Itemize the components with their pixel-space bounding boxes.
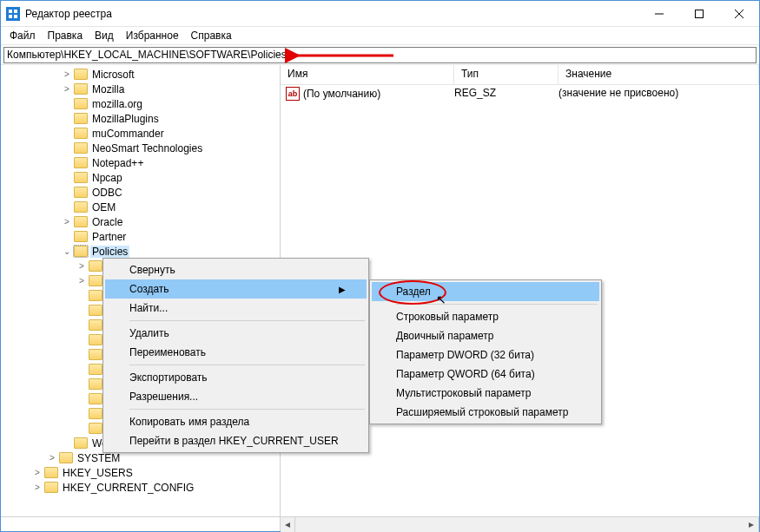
value-row-default[interactable]: ab (По умолчанию) REG_SZ (значение не пр… — [281, 85, 759, 102]
folder-icon — [89, 408, 102, 419]
tree-item[interactable]: >Oracle — [1, 214, 280, 229]
folder-icon — [74, 128, 88, 139]
statusbar: ◂ ▸ — [1, 516, 759, 531]
col-name[interactable]: Имя — [281, 65, 454, 84]
tree-item[interactable]: >Microsoft — [1, 67, 280, 82]
tree-item-label: Notepad++ — [90, 157, 145, 169]
collapse-icon[interactable]: ⌄ — [60, 246, 74, 256]
address-bar — [1, 45, 759, 65]
context-menu-key: Свернуть Создать▶ Найти... Удалить Переи… — [102, 258, 369, 453]
folder-icon — [74, 172, 88, 183]
maximize-icon — [695, 10, 704, 18]
folder-icon — [44, 482, 58, 493]
app-icon — [6, 7, 20, 21]
menu-file[interactable]: Файл — [4, 28, 41, 43]
tree-item[interactable]: >HKEY_USERS — [1, 465, 280, 480]
tree-item[interactable]: >Mozilla — [1, 82, 280, 96]
menu-favorites[interactable]: Избранное — [121, 28, 184, 43]
folder-icon — [89, 393, 102, 404]
ctx-new-dword[interactable]: Параметр DWORD (32 бита) — [372, 345, 599, 365]
ctx-collapse[interactable]: Свернуть — [105, 260, 367, 279]
tree-item-label: muCommander — [90, 128, 166, 140]
tree-item-label: Npcap — [90, 172, 124, 184]
ctx-find[interactable]: Найти... — [105, 299, 367, 318]
values-header: Имя Тип Значение — [281, 65, 759, 85]
expand-icon[interactable]: > — [75, 261, 89, 271]
value-type: REG_SZ — [454, 87, 558, 101]
tree-item[interactable]: MozillaPlugins — [1, 111, 280, 126]
tree-item-label: NeoSmart Technologies — [90, 142, 204, 154]
tree-item-label: Policies — [90, 246, 129, 258]
folder-icon — [89, 290, 102, 301]
ctx-new-binary[interactable]: Двоичный параметр — [372, 326, 599, 345]
folder-icon — [74, 83, 88, 95]
tree-item[interactable]: ⌄Policies — [1, 244, 280, 259]
tree-item[interactable]: >HKEY_CURRENT_CONFIG — [1, 480, 280, 495]
tree-item[interactable]: mozilla.org — [1, 96, 280, 111]
ctx-new-multi[interactable]: Мультистроковый параметр — [372, 384, 599, 403]
expand-icon[interactable]: > — [30, 468, 44, 477]
folder-icon — [89, 305, 102, 316]
ctx-copy-key-name[interactable]: Копировать имя раздела — [105, 412, 367, 431]
tree-item[interactable]: Partner — [1, 229, 280, 244]
folder-icon — [89, 423, 102, 434]
folder-icon — [89, 334, 102, 345]
tree-item[interactable]: Npcap — [1, 170, 280, 185]
expand-icon[interactable]: > — [75, 276, 89, 286]
address-input[interactable] — [3, 47, 757, 63]
folder-icon — [89, 364, 102, 375]
string-value-icon: ab — [286, 87, 300, 101]
ctx-export[interactable]: Экспортировать — [105, 368, 367, 387]
menu-edit[interactable]: Правка — [43, 28, 89, 43]
folder-icon — [89, 349, 102, 360]
menu-view[interactable]: Вид — [89, 28, 119, 43]
tree-item[interactable]: NeoSmart Technologies — [1, 141, 280, 155]
ctx-new-string[interactable]: Строковый параметр — [372, 307, 599, 326]
menu-help[interactable]: Справка — [186, 28, 237, 43]
ctx-permissions[interactable]: Разрешения... — [105, 387, 367, 406]
titlebar: Редактор реестра — [1, 1, 759, 27]
maximize-button[interactable] — [679, 1, 719, 27]
tree-item-label: OEM — [90, 201, 117, 213]
scroll-left-button[interactable]: ◂ — [281, 517, 295, 532]
minimize-icon — [655, 10, 664, 18]
ctx-new-qword[interactable]: Параметр QWORD (64 бита) — [372, 365, 599, 384]
svg-rect-1 — [696, 10, 704, 17]
col-type[interactable]: Тип — [454, 65, 558, 84]
folder-icon — [74, 437, 88, 449]
expand-icon[interactable]: > — [45, 453, 59, 463]
ctx-delete[interactable]: Удалить — [105, 324, 367, 343]
ctx-rename[interactable]: Переименовать — [105, 343, 367, 362]
value-data: (значение не присвоено) — [558, 87, 759, 101]
scroll-track[interactable] — [295, 517, 744, 532]
tree-item-label: HKEY_CURRENT_CONFIG — [61, 482, 195, 494]
ctx-new-expand[interactable]: Расширяемый строковый параметр — [372, 403, 599, 422]
expand-icon[interactable]: > — [30, 483, 44, 492]
expand-icon[interactable]: > — [60, 217, 74, 227]
tree-item-label: MozillaPlugins — [90, 113, 161, 125]
folder-icon — [74, 157, 88, 168]
folder-icon — [74, 113, 88, 124]
tree-item[interactable]: ODBC — [1, 185, 280, 200]
folder-icon — [44, 467, 58, 478]
ctx-new-key[interactable]: Раздел — [372, 282, 599, 301]
tree-item[interactable]: muCommander — [1, 126, 280, 141]
tree-item[interactable]: OEM — [1, 200, 280, 214]
minimize-button[interactable] — [639, 1, 679, 27]
tree-item-label: Partner — [90, 231, 128, 243]
tree-item-label: Mozilla — [90, 83, 126, 95]
folder-icon — [74, 216, 88, 227]
tree-item-label: Microsoft — [90, 69, 136, 81]
expand-icon[interactable]: > — [60, 84, 74, 94]
menubar: Файл Правка Вид Избранное Справка — [1, 27, 759, 45]
expand-icon[interactable]: > — [60, 69, 74, 79]
context-submenu-new: Раздел Строковый параметр Двоичный парам… — [369, 279, 602, 424]
col-value[interactable]: Значение — [558, 65, 759, 84]
scroll-right-button[interactable]: ▸ — [744, 517, 759, 532]
ctx-new[interactable]: Создать▶ — [105, 279, 367, 299]
tree-item-label: ODBC — [90, 187, 124, 199]
ctx-goto-hkcu[interactable]: Перейти в раздел HKEY_CURRENT_USER — [105, 431, 367, 450]
tree-item[interactable]: Notepad++ — [1, 155, 280, 170]
close-button[interactable] — [719, 1, 759, 27]
folder-icon — [74, 246, 88, 257]
